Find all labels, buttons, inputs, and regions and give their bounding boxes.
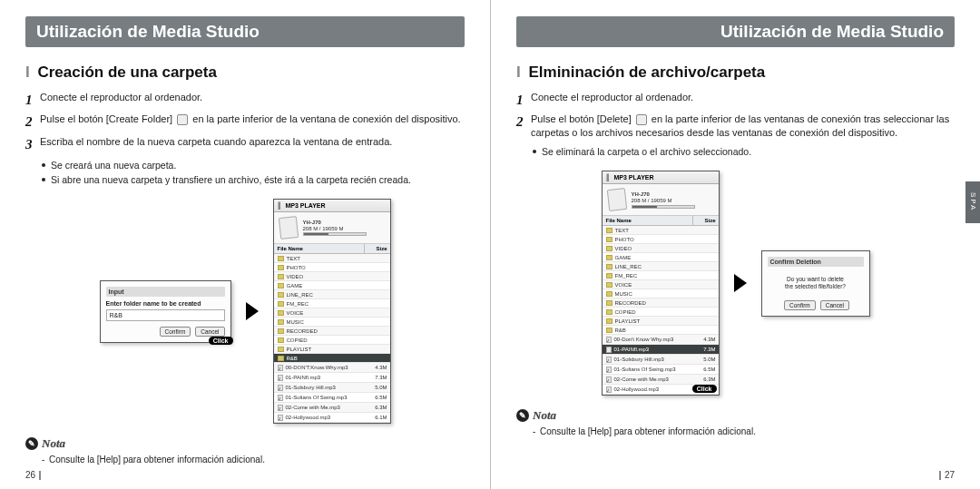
panel-title: MP3 PLAYER [603, 171, 719, 184]
music-file-icon [278, 395, 283, 401]
device-header: YH-J70 208 M / 19059 M [603, 184, 719, 216]
folder-row[interactable]: R&B [603, 326, 719, 335]
folder-row[interactable]: FM_REC [274, 299, 390, 308]
folder-row-selected[interactable]: R&B [274, 354, 390, 363]
music-file-icon [606, 357, 612, 363]
delete-icon [636, 114, 647, 125]
folder-icon [606, 282, 612, 288]
language-tab: SPA [965, 181, 980, 223]
folder-row[interactable]: VOICE [274, 308, 390, 318]
page-number: 27 [936, 470, 955, 480]
confirm-deletion-dialog: Confirm Deletion Do you want to delete t… [761, 250, 870, 317]
device-icon [278, 216, 298, 240]
file-row[interactable]: 01-Solsbury Hill.mp35.0M [274, 383, 390, 393]
note-label: ✎ Nota [516, 408, 556, 423]
folder-row[interactable]: VOICE [603, 280, 719, 289]
folder-row[interactable]: PHOTO [603, 235, 719, 244]
pencil-icon: ✎ [516, 409, 529, 422]
file-list-header: File Name Size [603, 216, 719, 226]
folder-icon [606, 273, 612, 279]
folder-icon [278, 256, 284, 261]
file-row[interactable]: 01-PAINfl.mp37.3M [274, 373, 390, 383]
folder-icon [278, 274, 284, 279]
file-row[interactable]: 00-DON'T.Know.Why.mp34.3M [274, 363, 390, 373]
confirm-button[interactable]: Confirm [160, 327, 191, 337]
device-storage: 208 M / 19059 M [303, 226, 367, 232]
cancel-button[interactable]: Cancel [195, 327, 224, 337]
folder-row[interactable]: TEXT [274, 254, 390, 263]
file-row[interactable]: 01-Sultans Of Swing.mp36.5M [274, 393, 390, 403]
folder-icon [606, 264, 612, 269]
folder-icon [606, 291, 612, 297]
folder-row[interactable]: COPIED [603, 308, 719, 317]
folder-row[interactable]: GAME [603, 253, 719, 262]
folder-icon [278, 292, 284, 298]
folder-icon [606, 246, 612, 251]
heading-create-folder: I Creación de una carpeta [25, 64, 465, 82]
page-number: 26 [25, 470, 44, 480]
music-file-icon [606, 367, 612, 373]
step-2: 2 Pulse el botón [Create Folder] en la p… [25, 112, 465, 131]
folder-icon [606, 228, 612, 233]
file-row[interactable]: 01-PAINfl.mp37.3M [603, 345, 719, 355]
folder-icon [278, 310, 284, 316]
folder-icon [606, 237, 612, 242]
folder-icon [606, 328, 612, 333]
music-file-icon [278, 415, 283, 421]
click-badge: Click [209, 337, 233, 345]
folder-name-input[interactable]: R&B [106, 309, 225, 321]
music-file-icon [278, 405, 283, 411]
step-2: 2 Pulse el botón [Delete] en la parte in… [516, 112, 955, 140]
step-3: 3 Escriba el nombre de la nueva carpeta … [25, 135, 465, 153]
folder-icon [278, 319, 284, 325]
page-right: Utilización de Media Studio I Elmininaci… [490, 0, 980, 489]
folder-row[interactable]: PLAYLIST [603, 317, 719, 326]
bullet: Se creará una nueva carpeta. [42, 159, 465, 171]
file-row[interactable]: 02-Hollywood.mp36.1M [274, 413, 390, 423]
folder-row[interactable]: FM_REC [603, 271, 719, 280]
music-file-icon [606, 377, 612, 383]
folder-icon [278, 328, 284, 334]
arrow-right-icon [734, 274, 747, 292]
figure-right: MP3 PLAYER YH-J70 208 M / 19059 M File N… [516, 171, 955, 396]
folder-row[interactable]: RECORDED [274, 327, 390, 336]
note-label: ✎ Nota [25, 436, 65, 451]
folder-row[interactable]: PLAYLIST [274, 345, 390, 354]
file-row[interactable]: 01-Solsbury Hill.mp35.0M [603, 355, 719, 365]
folder-row[interactable]: COPIED [274, 336, 390, 345]
dialog-title: Confirm Deletion [768, 257, 864, 267]
file-row[interactable]: 02-Come with Me.mp36.3M [603, 375, 719, 385]
folder-row[interactable]: VIDEO [274, 272, 390, 281]
titlebar-right: Utilización de Media Studio [516, 16, 955, 47]
folder-row[interactable]: LINE_REC [274, 290, 390, 299]
folder-row[interactable]: MUSIC [603, 289, 719, 298]
click-badge: Click [692, 385, 717, 393]
heading-text: Creación de una carpeta [37, 64, 216, 81]
folder-row[interactable]: MUSIC [274, 318, 390, 327]
create-folder-icon [177, 114, 188, 125]
storage-bar [632, 205, 695, 209]
storage-bar [303, 232, 367, 236]
music-file-icon [606, 347, 612, 353]
bullets-right: Se eliminará la carpeta o el archivo sel… [533, 145, 955, 158]
figure-left: Input Enter folder name to be created R&… [25, 199, 465, 424]
folder-row[interactable]: RECORDED [603, 298, 719, 308]
folder-row[interactable]: GAME [274, 281, 390, 290]
folder-row[interactable]: LINE_REC [603, 262, 719, 271]
confirm-button[interactable]: Confirm [784, 300, 816, 310]
folder-icon [606, 255, 612, 260]
arrow-right-icon [246, 302, 259, 320]
step-1: 1 Conecte el reproductor al ordenador. [25, 91, 465, 109]
device-storage: 208 M / 19059 M [632, 198, 695, 204]
folder-row[interactable]: PHOTO [274, 263, 390, 272]
cancel-button[interactable]: Cancel [820, 300, 849, 310]
file-row[interactable]: 02-Come with Me.mp36.3M [274, 403, 390, 413]
heading-delete: I Elmininación de archivo/carpeta [516, 64, 955, 82]
file-row[interactable]: 01-Sultans Of Swing.mp36.5M [603, 365, 719, 375]
folder-row[interactable]: VIDEO [603, 244, 719, 253]
confirm-message: Do you want to delete the selected file/… [769, 276, 862, 291]
folder-row[interactable]: TEXT [603, 226, 719, 235]
pencil-icon: ✎ [25, 437, 38, 450]
dialog-label: Enter folder name to be created [106, 300, 225, 307]
file-row[interactable]: 00-Don't Know Why.mp34.3M [603, 335, 719, 345]
